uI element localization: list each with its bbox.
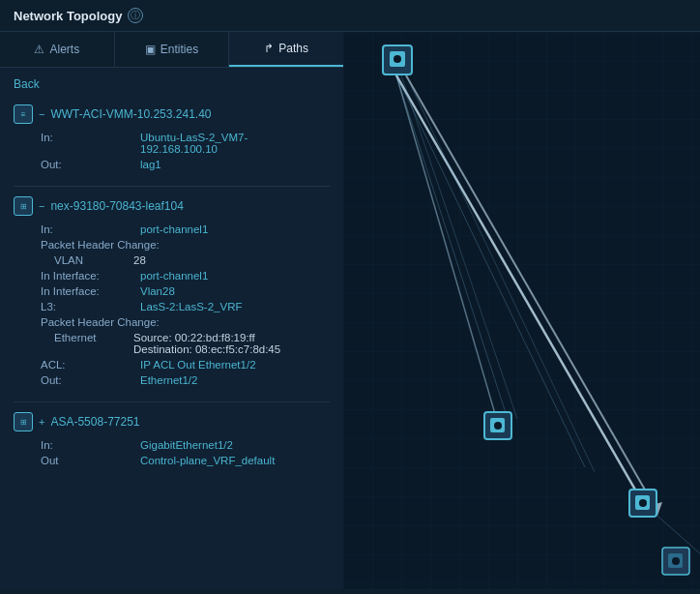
asa-out-label: Out — [41, 455, 132, 466]
tab-entities[interactable]: ▣ Entities — [115, 32, 230, 67]
tab-bar: ⚠ Alerts ▣ Entities ↱ Paths — [0, 32, 343, 68]
nex-eth-label: Ethernet — [54, 332, 122, 355]
device-name-asa[interactable]: ASA-5508-77251 — [50, 415, 139, 429]
device-entry-wwt: ≡ − WWT-ACI-VMM-10.253.241.40 In: Ubuntu… — [14, 104, 330, 170]
nex-in-value[interactable]: port-channel1 — [140, 223, 208, 235]
nex-in-row: In: port-channel1 — [41, 223, 330, 235]
nex-pkt-hdr-label: Packet Header Change: — [41, 239, 330, 251]
nex-pkt-hdr2-ethernet: Ethernet Source: 00:22:bd:f8:19:ff Desti… — [41, 332, 330, 355]
app-title: Network Topology — [14, 9, 122, 23]
device-details-wwt: In: Ubuntu-LasS-2_VM7-192.168.100.10 Out… — [14, 132, 330, 170]
topology-svg — [343, 32, 700, 589]
svg-point-20 — [639, 499, 647, 507]
info-icon[interactable]: ⓘ — [128, 8, 143, 23]
nex-vlan-row: VLAN 28 — [54, 254, 330, 266]
tab-entities-label: Entities — [160, 43, 198, 56]
back-button[interactable]: Back — [14, 77, 40, 91]
nex-acl-value[interactable]: IP ACL Out Ethernet1/2 — [140, 359, 256, 371]
app-header: Network Topology ⓘ — [0, 0, 700, 32]
tab-alerts[interactable]: ⚠ Alerts — [0, 32, 115, 67]
expand-asa[interactable]: + — [39, 416, 44, 428]
nex-out-row: Out: Ethernet1/2 — [41, 374, 330, 386]
paths-content: Back ≡ − WWT-ACI-VMM-10.253.241.40 In: U… — [0, 68, 343, 589]
svg-point-13 — [394, 55, 401, 63]
svg-point-17 — [494, 422, 502, 430]
nex-in-iface2-value[interactable]: Vlan28 — [140, 285, 175, 297]
wwt-out-label: Out: — [41, 159, 132, 170]
wwt-in-row: In: Ubuntu-LasS-2_VM7-192.168.100.10 — [41, 132, 330, 155]
nex-out-label: Out: — [41, 374, 132, 386]
nex-in-iface1-row: In Interface: port-channel1 — [41, 270, 330, 282]
tab-paths[interactable]: ↱ Paths — [229, 32, 343, 67]
paths-icon: ↱ — [264, 42, 274, 55]
device-header-nex: ⊞ − nex-93180-70843-leaf104 — [14, 196, 330, 216]
wwt-in-label: In: — [41, 132, 132, 155]
asa-out-row: Out Control-plane_VRF_default — [41, 455, 330, 466]
nex-l3-value[interactable]: LasS-2:LasS-2_VRF — [140, 301, 242, 312]
nex-vlan-value: 28 — [133, 254, 146, 266]
svg-point-23 — [672, 557, 680, 565]
nex-vlan-label: VLAN — [54, 254, 122, 266]
divider-1 — [14, 186, 330, 187]
device-details-asa: In: GigabitEthernet1/2 Out Control-plane… — [14, 439, 330, 466]
device-entry-nex: ⊞ − nex-93180-70843-leaf104 In: port-cha… — [14, 196, 330, 386]
nex-l3-label: L3: — [41, 301, 132, 312]
left-panel: ⚠ Alerts ▣ Entities ↱ Paths Back ≡ — [0, 32, 343, 589]
wwt-out-row: Out: lag1 — [41, 159, 330, 170]
nex-l3-row: L3: LasS-2:LasS-2_VRF — [41, 301, 330, 312]
device-header-wwt: ≡ − WWT-ACI-VMM-10.253.241.40 — [14, 104, 330, 124]
nex-pkt-hdr-vlan: VLAN 28 — [41, 254, 330, 266]
device-name-wwt[interactable]: WWT-ACI-VMM-10.253.241.40 — [50, 107, 211, 121]
wwt-out-value[interactable]: lag1 — [140, 159, 161, 170]
nex-out-value[interactable]: Ethernet1/2 — [140, 374, 197, 386]
nex-acl-label: ACL: — [41, 359, 132, 371]
asa-in-label: In: — [41, 439, 132, 451]
main-layout: ⚠ Alerts ▣ Entities ↱ Paths Back ≡ — [0, 32, 700, 589]
device-header-asa: ⊞ + ASA-5508-77251 — [14, 412, 330, 431]
alerts-icon: ⚠ — [34, 43, 44, 56]
nex-in-iface1-label: In Interface: — [41, 270, 132, 282]
nex-in-iface2-label: In Interface: — [41, 285, 132, 297]
nex-in-iface2-row: In Interface: Vlan28 — [41, 285, 330, 297]
tab-alerts-label: Alerts — [49, 43, 79, 56]
nex-eth-dest: Destination: 08:ec:f5:c7:8d:45 — [133, 343, 280, 355]
device-entry-asa: ⊞ + ASA-5508-77251 In: GigabitEthernet1/… — [14, 412, 330, 466]
nex-in-label: In: — [41, 223, 132, 235]
device-icon-wwt: ≡ — [14, 104, 33, 124]
tab-paths-label: Paths — [278, 42, 308, 55]
nex-pkt-hdr2-label: Packet Header Change: — [41, 316, 330, 328]
expand-wwt[interactable]: − — [39, 108, 44, 120]
nex-in-iface1-value[interactable]: port-channel1 — [140, 270, 208, 282]
nex-eth-source: Source: 00:22:bd:f8:19:ff — [133, 332, 280, 343]
entities-icon: ▣ — [145, 43, 156, 56]
divider-2 — [14, 401, 330, 402]
nex-eth-values: Source: 00:22:bd:f8:19:ff Destination: 0… — [133, 332, 280, 355]
expand-nex[interactable]: − — [39, 200, 44, 212]
topology-panel — [343, 32, 700, 589]
asa-in-row: In: GigabitEthernet1/2 — [41, 439, 330, 451]
device-details-nex: In: port-channel1 Packet Header Change: … — [14, 223, 330, 386]
device-icon-nex: ⊞ — [14, 196, 33, 216]
wwt-in-value[interactable]: Ubuntu-LasS-2_VM7-192.168.100.10 — [140, 132, 248, 155]
asa-in-value[interactable]: GigabitEthernet1/2 — [140, 439, 233, 451]
nex-eth-row: Ethernet Source: 00:22:bd:f8:19:ff Desti… — [54, 332, 330, 355]
asa-out-value[interactable]: Control-plane_VRF_default — [140, 455, 275, 466]
nex-acl-row: ACL: IP ACL Out Ethernet1/2 — [41, 359, 330, 371]
device-name-nex[interactable]: nex-93180-70843-leaf104 — [50, 199, 183, 213]
device-icon-asa: ⊞ — [14, 412, 33, 431]
